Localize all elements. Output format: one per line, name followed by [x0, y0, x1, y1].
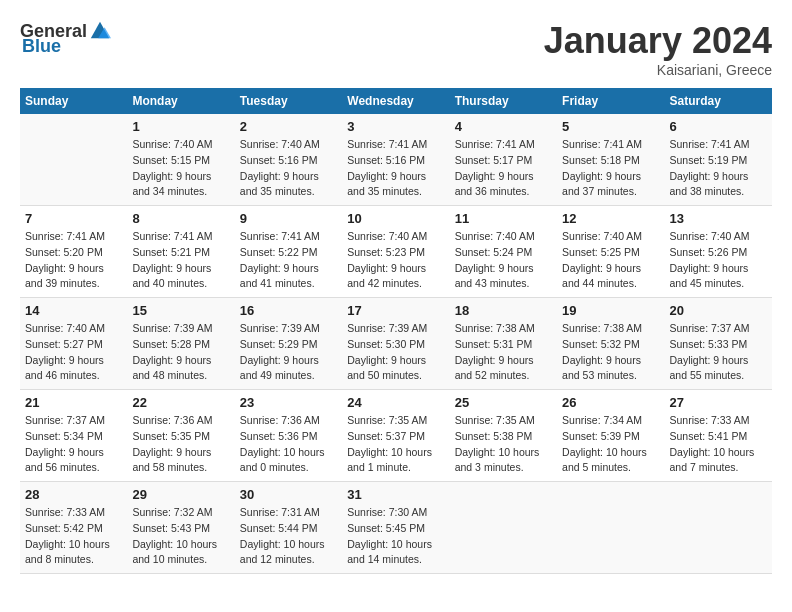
day-number: 4: [455, 119, 552, 134]
day-number: 5: [562, 119, 659, 134]
day-info: Sunrise: 7:40 AMSunset: 5:16 PMDaylight:…: [240, 137, 337, 200]
calendar-week-row: 21Sunrise: 7:37 AMSunset: 5:34 PMDayligh…: [20, 390, 772, 482]
calendar-cell: 13Sunrise: 7:40 AMSunset: 5:26 PMDayligh…: [665, 206, 772, 298]
day-number: 18: [455, 303, 552, 318]
day-number: 23: [240, 395, 337, 410]
day-number: 16: [240, 303, 337, 318]
weekday-header: Wednesday: [342, 88, 449, 114]
day-info: Sunrise: 7:40 AMSunset: 5:26 PMDaylight:…: [670, 229, 767, 292]
calendar-cell: 28Sunrise: 7:33 AMSunset: 5:42 PMDayligh…: [20, 482, 127, 574]
day-info: Sunrise: 7:39 AMSunset: 5:30 PMDaylight:…: [347, 321, 444, 384]
calendar-cell: 6Sunrise: 7:41 AMSunset: 5:19 PMDaylight…: [665, 114, 772, 206]
day-number: 8: [132, 211, 229, 226]
calendar-cell: [450, 482, 557, 574]
logo-blue-text: Blue: [22, 36, 61, 57]
day-info: Sunrise: 7:31 AMSunset: 5:44 PMDaylight:…: [240, 505, 337, 568]
day-info: Sunrise: 7:36 AMSunset: 5:36 PMDaylight:…: [240, 413, 337, 476]
calendar-week-row: 14Sunrise: 7:40 AMSunset: 5:27 PMDayligh…: [20, 298, 772, 390]
calendar-cell: 30Sunrise: 7:31 AMSunset: 5:44 PMDayligh…: [235, 482, 342, 574]
calendar-cell: 2Sunrise: 7:40 AMSunset: 5:16 PMDaylight…: [235, 114, 342, 206]
day-number: 21: [25, 395, 122, 410]
day-number: 20: [670, 303, 767, 318]
day-info: Sunrise: 7:33 AMSunset: 5:41 PMDaylight:…: [670, 413, 767, 476]
calendar-cell: 14Sunrise: 7:40 AMSunset: 5:27 PMDayligh…: [20, 298, 127, 390]
calendar-cell: 15Sunrise: 7:39 AMSunset: 5:28 PMDayligh…: [127, 298, 234, 390]
day-info: Sunrise: 7:40 AMSunset: 5:15 PMDaylight:…: [132, 137, 229, 200]
day-info: Sunrise: 7:30 AMSunset: 5:45 PMDaylight:…: [347, 505, 444, 568]
month-title: January 2024: [544, 20, 772, 62]
calendar-cell: 12Sunrise: 7:40 AMSunset: 5:25 PMDayligh…: [557, 206, 664, 298]
day-info: Sunrise: 7:37 AMSunset: 5:33 PMDaylight:…: [670, 321, 767, 384]
day-info: Sunrise: 7:38 AMSunset: 5:32 PMDaylight:…: [562, 321, 659, 384]
calendar-cell: 25Sunrise: 7:35 AMSunset: 5:38 PMDayligh…: [450, 390, 557, 482]
calendar-week-row: 1Sunrise: 7:40 AMSunset: 5:15 PMDaylight…: [20, 114, 772, 206]
calendar-cell: 7Sunrise: 7:41 AMSunset: 5:20 PMDaylight…: [20, 206, 127, 298]
weekday-header: Thursday: [450, 88, 557, 114]
day-number: 10: [347, 211, 444, 226]
calendar-cell: 1Sunrise: 7:40 AMSunset: 5:15 PMDaylight…: [127, 114, 234, 206]
calendar-cell: 18Sunrise: 7:38 AMSunset: 5:31 PMDayligh…: [450, 298, 557, 390]
day-number: 13: [670, 211, 767, 226]
calendar-week-row: 28Sunrise: 7:33 AMSunset: 5:42 PMDayligh…: [20, 482, 772, 574]
calendar-cell: [557, 482, 664, 574]
calendar-table: SundayMondayTuesdayWednesdayThursdayFrid…: [20, 88, 772, 574]
calendar-cell: 5Sunrise: 7:41 AMSunset: 5:18 PMDaylight…: [557, 114, 664, 206]
calendar-cell: 8Sunrise: 7:41 AMSunset: 5:21 PMDaylight…: [127, 206, 234, 298]
day-info: Sunrise: 7:39 AMSunset: 5:29 PMDaylight:…: [240, 321, 337, 384]
day-number: 17: [347, 303, 444, 318]
header: General Blue January 2024 Kaisariani, Gr…: [20, 20, 772, 78]
day-info: Sunrise: 7:41 AMSunset: 5:17 PMDaylight:…: [455, 137, 552, 200]
day-number: 28: [25, 487, 122, 502]
day-info: Sunrise: 7:35 AMSunset: 5:37 PMDaylight:…: [347, 413, 444, 476]
day-info: Sunrise: 7:33 AMSunset: 5:42 PMDaylight:…: [25, 505, 122, 568]
weekday-header: Monday: [127, 88, 234, 114]
day-info: Sunrise: 7:41 AMSunset: 5:19 PMDaylight:…: [670, 137, 767, 200]
weekday-header: Friday: [557, 88, 664, 114]
location: Kaisariani, Greece: [544, 62, 772, 78]
day-info: Sunrise: 7:37 AMSunset: 5:34 PMDaylight:…: [25, 413, 122, 476]
day-number: 22: [132, 395, 229, 410]
calendar-cell: [665, 482, 772, 574]
day-number: 1: [132, 119, 229, 134]
day-number: 7: [25, 211, 122, 226]
day-number: 27: [670, 395, 767, 410]
day-number: 15: [132, 303, 229, 318]
weekday-header: Saturday: [665, 88, 772, 114]
calendar-cell: 27Sunrise: 7:33 AMSunset: 5:41 PMDayligh…: [665, 390, 772, 482]
day-number: 26: [562, 395, 659, 410]
title-area: January 2024 Kaisariani, Greece: [544, 20, 772, 78]
day-number: 19: [562, 303, 659, 318]
day-number: 14: [25, 303, 122, 318]
day-info: Sunrise: 7:38 AMSunset: 5:31 PMDaylight:…: [455, 321, 552, 384]
day-info: Sunrise: 7:40 AMSunset: 5:24 PMDaylight:…: [455, 229, 552, 292]
calendar-cell: 3Sunrise: 7:41 AMSunset: 5:16 PMDaylight…: [342, 114, 449, 206]
calendar-cell: [20, 114, 127, 206]
day-info: Sunrise: 7:41 AMSunset: 5:20 PMDaylight:…: [25, 229, 122, 292]
day-number: 11: [455, 211, 552, 226]
day-info: Sunrise: 7:36 AMSunset: 5:35 PMDaylight:…: [132, 413, 229, 476]
calendar-cell: 31Sunrise: 7:30 AMSunset: 5:45 PMDayligh…: [342, 482, 449, 574]
day-info: Sunrise: 7:39 AMSunset: 5:28 PMDaylight:…: [132, 321, 229, 384]
calendar-cell: 22Sunrise: 7:36 AMSunset: 5:35 PMDayligh…: [127, 390, 234, 482]
weekday-header: Sunday: [20, 88, 127, 114]
day-number: 6: [670, 119, 767, 134]
calendar-cell: 4Sunrise: 7:41 AMSunset: 5:17 PMDaylight…: [450, 114, 557, 206]
weekday-header: Tuesday: [235, 88, 342, 114]
day-number: 30: [240, 487, 337, 502]
day-number: 31: [347, 487, 444, 502]
day-info: Sunrise: 7:32 AMSunset: 5:43 PMDaylight:…: [132, 505, 229, 568]
calendar-cell: 23Sunrise: 7:36 AMSunset: 5:36 PMDayligh…: [235, 390, 342, 482]
day-info: Sunrise: 7:40 AMSunset: 5:23 PMDaylight:…: [347, 229, 444, 292]
day-number: 9: [240, 211, 337, 226]
calendar-cell: 20Sunrise: 7:37 AMSunset: 5:33 PMDayligh…: [665, 298, 772, 390]
day-info: Sunrise: 7:40 AMSunset: 5:25 PMDaylight:…: [562, 229, 659, 292]
day-info: Sunrise: 7:41 AMSunset: 5:16 PMDaylight:…: [347, 137, 444, 200]
logo: General Blue: [20, 20, 111, 57]
day-number: 12: [562, 211, 659, 226]
day-number: 25: [455, 395, 552, 410]
calendar-cell: 16Sunrise: 7:39 AMSunset: 5:29 PMDayligh…: [235, 298, 342, 390]
calendar-cell: 11Sunrise: 7:40 AMSunset: 5:24 PMDayligh…: [450, 206, 557, 298]
day-number: 3: [347, 119, 444, 134]
calendar-cell: 19Sunrise: 7:38 AMSunset: 5:32 PMDayligh…: [557, 298, 664, 390]
day-info: Sunrise: 7:34 AMSunset: 5:39 PMDaylight:…: [562, 413, 659, 476]
